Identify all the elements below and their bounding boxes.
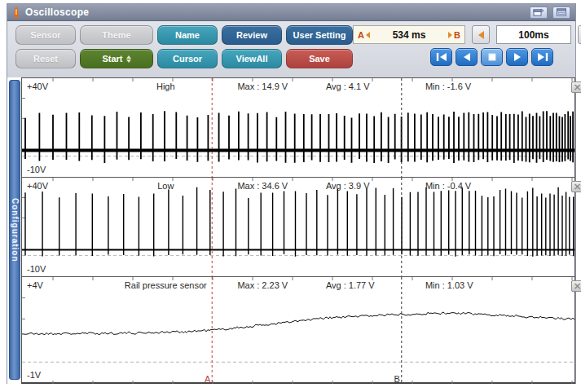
- step-back-button[interactable]: [456, 48, 478, 66]
- channel-panel: AB +4V Rail pressure sensor Max : 2.23 V…: [22, 277, 574, 385]
- maximize-window-icon[interactable]: [552, 7, 570, 19]
- cursor-b-marker: B: [394, 374, 399, 384]
- sensor-button[interactable]: Sensor: [15, 25, 76, 45]
- step-forward-button[interactable]: [506, 48, 528, 66]
- oscilloscope-window: Oscilloscope SensorThemeNameReviewUser S…: [7, 3, 576, 384]
- scope-area: Configuration +40V High Max : 14.9 V Avg…: [7, 77, 575, 384]
- review-button[interactable]: Review: [222, 25, 282, 45]
- name-button[interactable]: Name: [157, 25, 218, 45]
- titlebar[interactable]: Oscilloscope: [7, 4, 575, 21]
- button-label: User Setting: [293, 30, 346, 40]
- skip-end-button[interactable]: [531, 48, 553, 66]
- cursor-a-marker: A: [205, 374, 211, 384]
- save-button[interactable]: Save: [286, 49, 353, 68]
- configuration-tab[interactable]: Configuration: [9, 80, 20, 380]
- toolbar-buttons: SensorThemeNameReviewUser SettingResetSt…: [15, 25, 353, 68]
- close-channel-button[interactable]: ×: [571, 181, 581, 192]
- stop-icon: [482, 50, 502, 64]
- screen: Oscilloscope SensorThemeNameReviewUser S…: [0, 0, 581, 392]
- ab-time-value: 534 ms: [372, 29, 447, 41]
- button-label: Save: [309, 54, 330, 64]
- step-forward-icon: [508, 50, 527, 64]
- ab-time-display[interactable]: A 534 ms B: [353, 25, 465, 44]
- viewall-button[interactable]: ViewAll: [222, 49, 282, 68]
- user-setting-button[interactable]: User Setting: [286, 25, 353, 45]
- transport-bar: [430, 48, 553, 66]
- app-icon: [12, 7, 20, 18]
- channel-panel: +40V High Max : 14.9 V Avg : 4.1 V Min :…: [22, 78, 574, 178]
- restore-window-icon[interactable]: [530, 7, 548, 19]
- timebase-increase-button[interactable]: [578, 25, 581, 44]
- skip-start-icon: [432, 50, 451, 64]
- button-label: Name: [175, 30, 200, 40]
- triangle-left-icon: [478, 31, 484, 39]
- stop-button[interactable]: [481, 48, 503, 66]
- timebase-value[interactable]: 100ms: [496, 25, 571, 44]
- close-channel-button[interactable]: ×: [571, 81, 581, 93]
- button-label: Start: [102, 54, 122, 64]
- button-label: Review: [236, 30, 267, 40]
- theme-button[interactable]: Theme: [80, 25, 153, 45]
- channels-container: +40V High Max : 14.9 V Avg : 4.1 V Min :…: [21, 77, 575, 384]
- reset-button[interactable]: Reset: [15, 49, 76, 68]
- skip-start-button[interactable]: [430, 48, 452, 66]
- waveform-plot[interactable]: [22, 178, 574, 276]
- toolbar: SensorThemeNameReviewUser SettingResetSt…: [7, 21, 575, 77]
- step-back-icon: [457, 50, 477, 64]
- skip-end-icon: [533, 50, 552, 64]
- close-channel-button[interactable]: ×: [571, 280, 581, 292]
- button-label: Sensor: [30, 30, 60, 40]
- cursor-a-label: A: [358, 30, 364, 40]
- playback-controls: A 534 ms B 100ms: [353, 25, 581, 66]
- button-label: ViewAll: [236, 54, 268, 64]
- button-label: Cursor: [173, 54, 202, 64]
- up-down-arrows-icon: [126, 55, 131, 63]
- cursor-button[interactable]: Cursor: [157, 49, 218, 68]
- start-button[interactable]: Start: [80, 49, 153, 68]
- button-label: Reset: [33, 54, 58, 64]
- configuration-tab-label: Configuration: [11, 198, 20, 262]
- arrow-right-icon: [448, 32, 452, 38]
- channel-panel: +40V Low Max : 34.6 V Avg : 3.9 V Min : …: [22, 178, 574, 277]
- waveform-plot[interactable]: AB: [22, 277, 574, 385]
- button-label: Theme: [102, 30, 130, 40]
- cursor-b-label: B: [454, 30, 460, 40]
- waveform-plot[interactable]: [22, 78, 574, 177]
- timebase-decrease-button[interactable]: [472, 25, 490, 44]
- window-title: Oscilloscope: [25, 7, 89, 18]
- arrow-left-icon: [366, 32, 370, 38]
